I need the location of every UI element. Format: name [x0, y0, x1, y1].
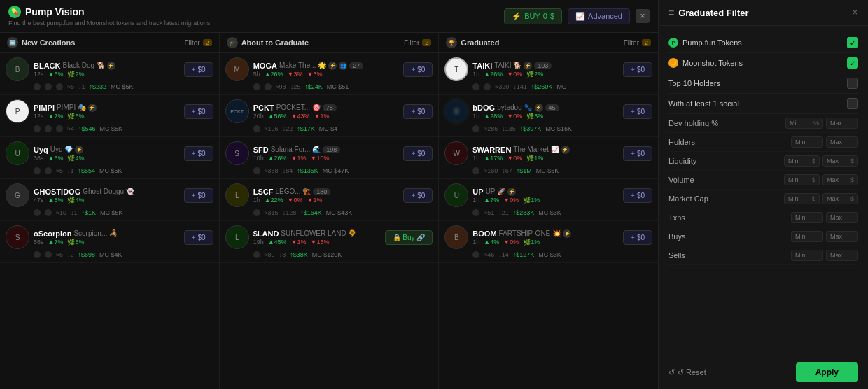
moonshot-label: 🌙 Moonshot Tokens	[668, 58, 743, 68]
social-checkbox[interactable]	[847, 98, 858, 109]
liquidity-max-input[interactable]	[827, 157, 850, 164]
list-item: B BOOM FARTSHIP-ONE 💥 ⚡ 1h ▲4%	[439, 221, 658, 263]
token-buy-button[interactable]: + $0	[403, 104, 433, 119]
filter-close-button[interactable]: ×	[852, 7, 858, 18]
sells-min-input[interactable]	[795, 252, 819, 259]
graduated-icon: 🏆	[446, 37, 457, 48]
new-creations-list: B BLACK Black Dog 🐕 ⚡ 12s ▲6%	[0, 53, 219, 389]
dot-icon	[34, 167, 41, 174]
market-cap-min-input[interactable]	[788, 195, 812, 202]
top10-checkbox[interactable]	[847, 78, 858, 89]
pump-fun-icon: P	[668, 38, 678, 48]
token-buy-button[interactable]: + $0	[623, 230, 652, 245]
dev-holding-min-input[interactable]	[790, 120, 813, 127]
token-buy-button[interactable]: + $0	[184, 188, 214, 203]
token-badge: ⚡	[328, 62, 337, 70]
buys-min-input[interactable]	[795, 233, 819, 240]
dot-icon	[45, 167, 52, 174]
txns-max-input[interactable]	[830, 214, 854, 221]
holders-max-input[interactable]	[830, 139, 854, 146]
about-to-graduate-filter[interactable]: ☰ Filter 2	[395, 39, 431, 47]
sells-max-input[interactable]	[830, 252, 854, 259]
token-buy-button[interactable]: 🔒 Buy 🔗	[385, 230, 433, 245]
top-bar: 💊 Pump Vision Find the best pump.fun and…	[0, 0, 658, 33]
top10-row: Top 10 Holders	[668, 73, 858, 94]
avatar: U	[444, 183, 468, 207]
dev-holding-max-group	[826, 118, 858, 129]
logo-icon: 💊	[8, 6, 21, 18]
dot-icon	[472, 209, 479, 216]
buys-max-group	[826, 231, 858, 242]
volume-max-input[interactable]	[827, 176, 850, 183]
reset-icon: ↺	[668, 368, 675, 377]
graduated-filter[interactable]: ☰ Filter 2	[615, 39, 651, 47]
token-buy-button[interactable]: + $0	[184, 62, 214, 77]
apply-button[interactable]: Apply	[796, 362, 858, 382]
filter-panel-footer: ↺ ↺ Reset Apply	[659, 355, 868, 389]
filter-badge: 2	[422, 39, 431, 46]
avatar: L	[225, 183, 249, 207]
token-buy-button[interactable]: + $0	[623, 104, 652, 119]
dev-holding-min-group: %	[785, 118, 823, 129]
new-creations-column: 🆕 New Creations ☰ Filter 2 B	[0, 33, 220, 389]
token-buy-button[interactable]: + $0	[403, 62, 433, 77]
liquidity-min-input[interactable]	[788, 157, 812, 164]
dev-holding-max-input[interactable]	[830, 120, 854, 127]
avatar: W	[444, 141, 468, 165]
top-close-button[interactable]: ×	[636, 9, 650, 23]
txns-min-group	[791, 212, 823, 223]
avatar: L	[225, 225, 249, 249]
token-buy-button[interactable]: + $0	[184, 104, 214, 119]
top10-label: Top 10 Holders	[668, 79, 720, 87]
token-buy-button[interactable]: + $0	[403, 146, 433, 161]
market-cap-max-input[interactable]	[827, 195, 850, 202]
token-buy-button[interactable]: + $0	[184, 230, 214, 245]
filter-badge: 2	[203, 39, 212, 46]
moonshot-toggle-row: 🌙 Moonshot Tokens ✓	[668, 53, 858, 73]
token-buy-button[interactable]: + $0	[623, 146, 652, 161]
txns-max-group	[826, 212, 858, 223]
avatar: B	[444, 225, 468, 249]
token-badge: 👥	[339, 62, 347, 70]
token-badge: ⚡	[535, 104, 543, 112]
token-buy-button[interactable]: + $0	[623, 188, 652, 203]
columns-area: 🆕 New Creations ☰ Filter 2 B	[0, 33, 658, 389]
moonshot-icon: 🌙	[668, 58, 678, 68]
txns-row: Txns	[668, 208, 858, 227]
list-item: L $LAND SUNFLOWER LAND 🌻 19h ▲45% ▼1%	[220, 221, 439, 263]
avatar: S	[225, 141, 249, 165]
chart-icon: 📈	[575, 12, 585, 21]
about-to-graduate-title: 🎓 About to Graduate	[227, 37, 309, 48]
logo-area: 💊 Pump Vision Find the best pump.fun and…	[8, 6, 210, 27]
token-buy-button[interactable]: + $0	[623, 62, 652, 77]
reset-button[interactable]: ↺ ↺ Reset	[668, 368, 706, 377]
graduated-header: 🏆 Graduated ☰ Filter 2	[439, 33, 658, 53]
dot-icon	[45, 83, 52, 90]
buys-max-input[interactable]	[830, 233, 854, 240]
advanced-button[interactable]: 📈 Advanced	[568, 8, 630, 24]
token-buy-button[interactable]: + $0	[403, 188, 433, 203]
holders-min-input[interactable]	[795, 139, 819, 146]
dot-icon	[45, 251, 52, 258]
txns-min-input[interactable]	[795, 214, 819, 221]
list-item: T TAIKI TAIKI 🐕 ⚡ 103 1h	[439, 53, 658, 95]
moonshot-checkbox[interactable]: ✓	[847, 57, 858, 69]
pump-fun-checkbox[interactable]: ✓	[847, 37, 858, 48]
volume-min-input[interactable]	[788, 176, 812, 183]
buy-button[interactable]: ⚡ BUY 0 $	[504, 8, 562, 24]
sells-min-group	[791, 250, 823, 261]
filter-panel-title: ≡ Graduated Filter	[668, 7, 749, 18]
new-creations-filter[interactable]: ☰ Filter 2	[175, 39, 211, 47]
volume-max-group: $	[822, 174, 858, 185]
pump-fun-label: P Pump.fun Tokens	[668, 38, 742, 48]
filter-badge: 2	[642, 39, 651, 46]
token-badge: ⚡	[561, 146, 570, 154]
token-buy-button[interactable]: + $0	[184, 146, 214, 161]
about-to-graduate-column: 🎓 About to Graduate ☰ Filter 2 M	[220, 33, 440, 389]
top-actions: ⚡ BUY 0 $ 📈 Advanced ×	[504, 8, 650, 24]
list-item: L LSCF LEGO... 🏗️ 180 1h ▲22%	[220, 179, 439, 221]
liquidity-max-group: $	[822, 155, 858, 167]
app-subtitle: Find the best pump.fun and Moonshot toke…	[8, 20, 210, 27]
avatar: T	[444, 57, 468, 81]
dot-icon	[472, 83, 479, 90]
